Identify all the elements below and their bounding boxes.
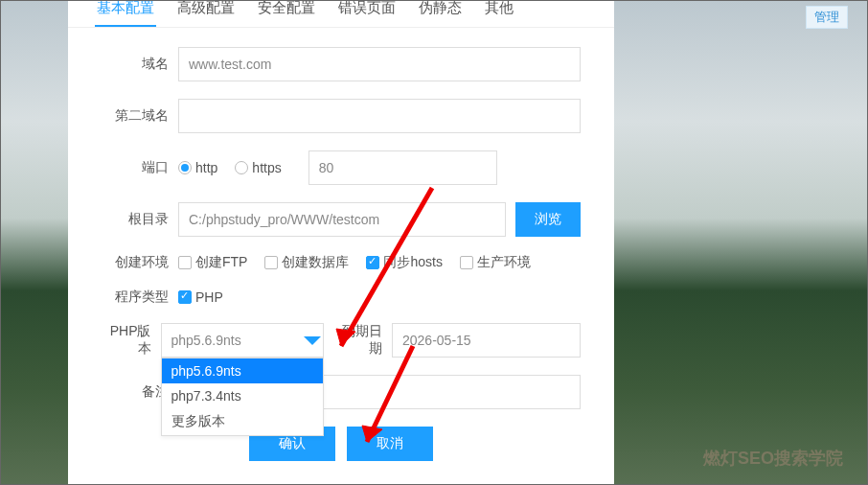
port-https-option[interactable]: https bbox=[235, 160, 281, 175]
config-tabs: 基本配置 高级配置 安全配置 错误页面 伪静态 其他 bbox=[68, 0, 614, 28]
env-label: 创建环境 bbox=[102, 254, 178, 271]
php-version-input[interactable] bbox=[161, 323, 324, 358]
root-label: 根目录 bbox=[102, 211, 178, 228]
dropdown-item[interactable]: php5.6.9nts bbox=[162, 358, 323, 383]
php-version-select[interactable]: php5.6.9nts php7.3.4nts 更多版本 bbox=[161, 323, 324, 358]
browse-button[interactable]: 浏览 bbox=[515, 202, 581, 237]
env-db-label: 创建数据库 bbox=[282, 254, 349, 271]
checkbox-icon bbox=[178, 256, 192, 269]
second-domain-input[interactable] bbox=[178, 99, 581, 133]
port-https-label: https bbox=[252, 160, 281, 175]
env-prod-option[interactable]: 生产环境 bbox=[460, 254, 531, 271]
site-config-modal: 基本配置 高级配置 安全配置 错误页面 伪静态 其他 域名 第二域名 端口 ht… bbox=[68, 0, 614, 485]
radio-icon bbox=[178, 161, 192, 174]
tab-advanced[interactable]: 高级配置 bbox=[175, 0, 237, 27]
env-hosts-option[interactable]: 同步hosts bbox=[366, 254, 442, 271]
expire-label: 到期日期 bbox=[333, 323, 393, 358]
env-ftp-label: 创建FTP bbox=[195, 254, 247, 271]
chevron-down-icon bbox=[304, 336, 321, 354]
cancel-button[interactable]: 取消 bbox=[347, 427, 433, 461]
dropdown-item[interactable]: 更多版本 bbox=[162, 408, 323, 435]
env-db-option[interactable]: 创建数据库 bbox=[264, 254, 349, 271]
basic-form: 域名 第二域名 端口 http https 根目录 浏览 创建环境 bbox=[68, 28, 614, 471]
tab-error-page[interactable]: 错误页面 bbox=[336, 0, 398, 27]
domain-input[interactable] bbox=[178, 47, 581, 81]
second-domain-label: 第二域名 bbox=[102, 107, 178, 125]
checkbox-icon bbox=[460, 256, 473, 269]
tab-security[interactable]: 安全配置 bbox=[256, 0, 317, 27]
port-http-label: http bbox=[195, 160, 217, 175]
php-version-label: PHP版本 bbox=[102, 323, 161, 358]
tab-other[interactable]: 其他 bbox=[483, 0, 515, 27]
manage-tag[interactable]: 管理 bbox=[806, 6, 848, 29]
port-http-option[interactable]: http bbox=[178, 160, 217, 175]
port-label: 端口 bbox=[102, 159, 178, 176]
watermark-text: 燃灯SEO搜索学院 bbox=[703, 447, 843, 470]
env-prod-label: 生产环境 bbox=[477, 254, 531, 271]
program-php-option[interactable]: PHP bbox=[178, 289, 223, 305]
checkbox-icon bbox=[178, 290, 192, 304]
php-version-dropdown: php5.6.9nts php7.3.4nts 更多版本 bbox=[161, 358, 324, 436]
root-input[interactable] bbox=[178, 202, 506, 237]
program-label: 程序类型 bbox=[102, 289, 178, 306]
radio-icon bbox=[235, 161, 248, 174]
program-php-label: PHP bbox=[195, 289, 223, 305]
env-ftp-option[interactable]: 创建FTP bbox=[178, 254, 247, 271]
checkbox-icon bbox=[264, 256, 278, 269]
dropdown-item[interactable]: php7.3.4nts bbox=[162, 383, 323, 408]
env-hosts-label: 同步hosts bbox=[383, 254, 442, 271]
domain-label: 域名 bbox=[102, 56, 178, 73]
expire-input[interactable] bbox=[392, 323, 581, 358]
tab-basic[interactable]: 基本配置 bbox=[95, 0, 156, 27]
port-input[interactable] bbox=[308, 150, 497, 185]
tab-rewrite[interactable]: 伪静态 bbox=[417, 0, 464, 27]
checkbox-icon bbox=[366, 256, 379, 269]
